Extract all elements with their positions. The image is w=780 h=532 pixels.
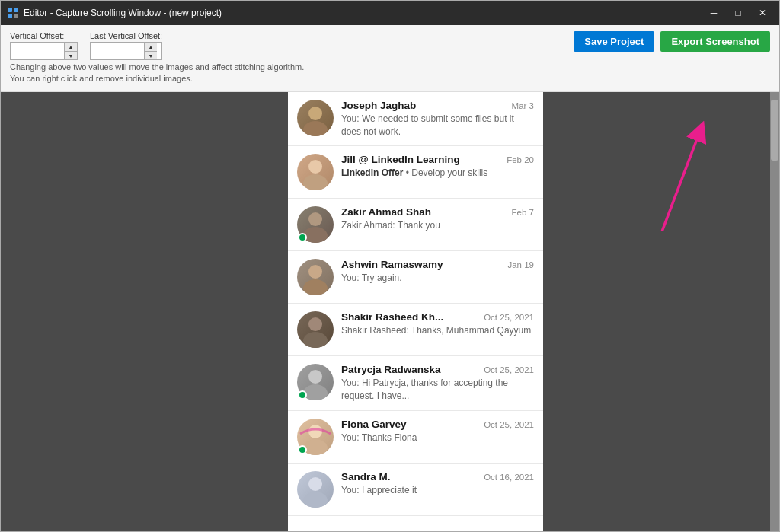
offset-fields: Vertical Offset: 447 ▲ ▼ Last Vertical O… [10,31,304,60]
chat-name: Fiona Garvey [341,419,407,430]
chat-preview: Zakir Ahmad: Thank you [341,219,534,232]
avatar-wrap [297,311,334,348]
chat-header-row: Fiona Garvey Oct 25, 2021 [341,419,534,430]
chat-item[interactable]: Shakir Rasheed Kh... Oct 25, 2021 Shakir… [288,304,543,356]
svg-point-9 [303,227,328,243]
last-vertical-offset-group: Last Vertical Offset: 0 ▲ ▼ [90,31,162,60]
vertical-offset-input[interactable]: 447 [11,43,64,59]
svg-point-6 [308,160,322,174]
chat-preview: Shakir Rasheed: Thanks, Muhammad Qayyum [341,324,534,337]
chat-name: Joseph Jaghab [341,100,416,111]
chat-date: Feb 7 [512,208,534,217]
svg-rect-3 [14,14,18,18]
maximize-button[interactable]: □ [727,5,749,21]
minimize-button[interactable]: ─ [703,5,724,21]
chat-info: Shakir Rasheed Kh... Oct 25, 2021 Shakir… [341,311,534,337]
chat-item[interactable]: Patrycja Radwanska Oct 25, 2021 You: Hi … [288,356,543,411]
avatar [297,154,334,190]
chat-header-row: Sandra M. Oct 16, 2021 [341,471,534,483]
avatar [297,471,334,508]
vertical-offset-spin-buttons: ▲ ▼ [64,43,77,59]
chat-item[interactable]: Joseph Jaghab Mar 3 You: We needed to su… [288,92,543,147]
vertical-offset-down[interactable]: ▼ [65,51,77,59]
chat-info: Fiona Garvey Oct 25, 2021 You: Thanks Fi… [341,419,534,444]
svg-rect-0 [8,8,12,12]
chat-header-row: Shakir Rasheed Kh... Oct 25, 2021 [341,311,534,323]
vertical-offset-label: Vertical Offset: [10,31,78,40]
close-button[interactable]: ✕ [752,5,773,21]
chat-name: Ashwin Ramaswamy [341,259,443,270]
chat-info: Ashwin Ramaswamy Jan 19 You: Try again. [341,259,534,285]
last-vertical-offset-spinner: 0 ▲ ▼ [90,42,162,60]
svg-rect-2 [8,14,12,18]
chat-item[interactable]: Jill @ LinkedIn Learning Feb 20 LinkedIn… [288,146,543,199]
chat-info: Zakir Ahmad Shah Feb 7 Zakir Ahmad: Than… [341,206,534,232]
chat-name: Jill @ LinkedIn Learning [341,154,460,165]
last-vertical-offset-label: Last Vertical Offset: [90,31,162,40]
svg-point-13 [303,332,328,348]
chat-preview: You: Hi Patrycja, thanks for accepting t… [341,377,534,403]
avatar [297,100,334,136]
app-icon [7,7,19,19]
avatar-wrap [297,471,334,508]
title-bar: Editor - Capture Scrolling Window - (new… [1,1,779,25]
online-indicator [298,445,307,454]
svg-point-19 [303,492,328,508]
chat-info: Patrycja Radwanska Oct 25, 2021 You: Hi … [341,364,534,403]
last-vertical-offset-spin-buttons: ▲ ▼ [144,43,157,59]
window-title: Editor - Capture Scrolling Window - (new… [24,8,703,18]
chat-info: Jill @ LinkedIn Learning Feb 20 LinkedIn… [341,154,534,180]
scrollbar-thumb[interactable] [771,100,778,161]
toolbar-hint: Changing above two values will move the … [10,62,304,85]
svg-rect-1 [14,8,18,12]
last-vertical-offset-input[interactable]: 0 [91,43,144,59]
chat-date: Oct 16, 2021 [484,473,534,482]
export-screenshot-button[interactable]: Export Screenshot [660,31,770,52]
scrollbar-track[interactable] [770,92,779,531]
chat-item[interactable]: Zakir Ahmad Shah Feb 7 Zakir Ahmad: Than… [288,199,543,251]
avatar-wrap [297,419,334,455]
toolbar-left: Vertical Offset: 447 ▲ ▼ Last Vertical O… [10,31,304,85]
vertical-offset-spinner: 447 ▲ ▼ [10,42,78,60]
last-vertical-offset-up[interactable]: ▲ [145,43,157,51]
svg-point-7 [303,174,328,190]
online-indicator [298,233,307,242]
svg-point-17 [303,439,328,455]
toolbar: Vertical Offset: 447 ▲ ▼ Last Vertical O… [1,25,779,92]
svg-point-16 [308,425,322,438]
avatar [297,259,334,295]
chat-header-row: Jill @ LinkedIn Learning Feb 20 [341,154,534,165]
chat-preview: You: Try again. [341,272,534,285]
svg-point-10 [308,265,322,279]
avatar-wrap [297,259,334,295]
chat-header-row: Zakir Ahmad Shah Feb 7 [341,206,534,218]
right-panel [543,92,770,531]
save-project-button[interactable]: Save Project [574,31,654,52]
chat-preview: You: I appreciate it [341,484,534,497]
chat-date: Mar 3 [512,101,534,110]
chat-header-row: Patrycja Radwanska Oct 25, 2021 [341,364,534,375]
avatar-wrap [297,100,334,136]
toolbar-actions: Save Project Export Screenshot [574,31,770,52]
chat-list: Joseph Jaghab Mar 3 You: We needed to su… [288,92,543,531]
chat-info: Joseph Jaghab Mar 3 You: We needed to su… [341,100,534,139]
left-panel [1,92,288,531]
chat-header-row: Joseph Jaghab Mar 3 [341,100,534,111]
chat-name: Zakir Ahmad Shah [341,206,431,218]
avatar-wrap [297,154,334,190]
vertical-offset-up[interactable]: ▲ [65,43,77,51]
chat-date: Feb 20 [507,155,534,164]
chat-item[interactable]: Ashwin Ramaswamy Jan 19 You: Try again. [288,251,543,304]
chat-header-row: Ashwin Ramaswamy Jan 19 [341,259,534,270]
svg-point-8 [308,212,322,226]
chat-name: Sandra M. [341,471,391,483]
chat-preview: LinkedIn Offer • Develop your skills [341,167,534,180]
chat-date: Oct 25, 2021 [484,365,534,374]
chat-item[interactable]: Fiona Garvey Oct 25, 2021 You: Thanks Fi… [288,411,543,464]
last-vertical-offset-down[interactable]: ▼ [145,51,157,59]
chat-date: Oct 25, 2021 [484,420,534,429]
vertical-offset-group: Vertical Offset: 447 ▲ ▼ [10,31,78,60]
chat-preview: You: We needed to submit some files but … [341,113,534,139]
avatar [297,311,334,348]
chat-item[interactable]: Sandra M. Oct 16, 2021 You: I appreciate… [288,464,543,516]
